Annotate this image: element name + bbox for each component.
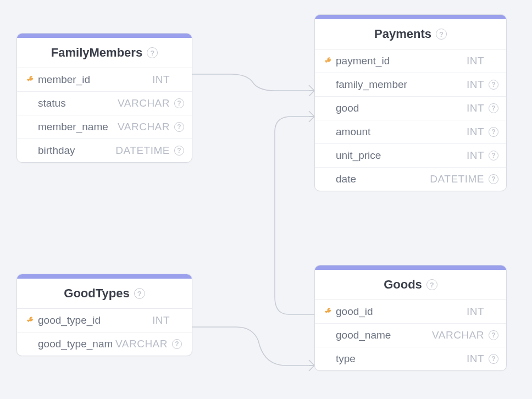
table-row[interactable]: good INT ? xyxy=(315,97,506,120)
primary-key-icon xyxy=(24,316,38,325)
primary-key-icon xyxy=(24,75,38,84)
help-icon[interactable]: ? xyxy=(489,103,498,113)
table-row[interactable]: type INT ? xyxy=(315,347,506,370)
info-slot: ? xyxy=(484,80,498,90)
help-icon[interactable]: ? xyxy=(134,288,145,299)
column-type: INT xyxy=(467,102,484,114)
table-title-text: GoodTypes xyxy=(64,286,129,301)
column-type: INT xyxy=(467,306,484,318)
column-name: payment_id xyxy=(336,55,463,67)
info-slot: ? xyxy=(484,103,498,113)
info-slot: ? xyxy=(170,98,184,108)
table-title: GoodTypes ? xyxy=(17,279,192,309)
column-type: INT xyxy=(467,126,484,138)
column-type: VARCHAR xyxy=(115,338,168,350)
column-name: member_id xyxy=(38,74,149,86)
column-name: amount xyxy=(336,126,463,138)
column-type: INT xyxy=(467,149,484,162)
column-name: member_name xyxy=(38,121,114,133)
help-icon[interactable]: ? xyxy=(489,330,498,340)
column-name: family_member xyxy=(336,79,463,91)
table-row[interactable]: family_member INT ? xyxy=(315,73,506,97)
table-payments[interactable]: Payments ? payment_id INT family_member … xyxy=(314,14,507,191)
column-type: VARCHAR xyxy=(432,329,484,341)
info-slot: ? xyxy=(484,354,498,364)
column-name: good_name xyxy=(336,329,429,341)
table-row[interactable]: payment_id INT xyxy=(315,49,506,73)
column-name: good_type_name xyxy=(38,338,112,350)
table-row[interactable]: date DATETIME ? xyxy=(315,168,506,191)
table-title-text: Payments xyxy=(374,27,431,41)
table-row[interactable]: good_id INT xyxy=(315,300,506,324)
table-title-text: FamilyMembers xyxy=(51,46,142,60)
help-icon[interactable]: ? xyxy=(489,127,498,137)
help-icon[interactable]: ? xyxy=(489,80,498,90)
table-header-bar xyxy=(315,15,506,19)
info-slot: ? xyxy=(484,174,498,184)
table-row[interactable]: unit_price INT ? xyxy=(315,144,506,168)
table-row[interactable]: birthday DATETIME ? xyxy=(17,139,192,162)
help-icon[interactable]: ? xyxy=(147,47,158,58)
table-row[interactable]: good_name VARCHAR ? xyxy=(315,324,506,347)
help-icon[interactable]: ? xyxy=(174,98,184,108)
column-type: DATETIME xyxy=(430,173,484,185)
table-row[interactable]: member_id INT xyxy=(17,68,192,92)
help-icon[interactable]: ? xyxy=(172,339,182,349)
help-icon[interactable]: ? xyxy=(489,151,498,160)
table-row[interactable]: amount INT ? xyxy=(315,120,506,144)
help-icon[interactable]: ? xyxy=(436,29,447,40)
info-slot: ? xyxy=(170,146,184,156)
table-row[interactable]: status VARCHAR ? xyxy=(17,92,192,115)
help-icon[interactable]: ? xyxy=(489,354,498,364)
column-name: type xyxy=(336,353,463,365)
column-name: status xyxy=(38,97,114,109)
column-type: INT xyxy=(467,79,484,91)
column-type: DATETIME xyxy=(115,145,170,157)
table-rows: good_id INT good_name VARCHAR ? type INT… xyxy=(315,300,506,370)
column-type: INT xyxy=(467,353,484,365)
column-type: INT xyxy=(152,74,170,86)
help-icon[interactable]: ? xyxy=(489,174,498,184)
column-name: good xyxy=(336,102,463,114)
table-rows: payment_id INT family_member INT ? good … xyxy=(315,49,506,191)
column-name: date xyxy=(336,173,426,185)
column-name: good_id xyxy=(336,306,463,318)
column-type: INT xyxy=(467,55,484,67)
column-type: VARCHAR xyxy=(118,97,170,109)
table-title: Payments ? xyxy=(315,19,506,49)
column-name: birthday xyxy=(38,145,112,157)
primary-key-icon xyxy=(322,57,336,65)
info-slot: ? xyxy=(168,339,182,349)
table-rows: member_id INT status VARCHAR ? member_na… xyxy=(17,68,192,162)
table-goods[interactable]: Goods ? good_id INT good_name VARCHAR ? … xyxy=(314,265,507,371)
table-row[interactable]: member_name VARCHAR ? xyxy=(17,115,192,139)
table-title-text: Goods xyxy=(384,278,422,292)
help-icon[interactable]: ? xyxy=(174,146,184,156)
info-slot: ? xyxy=(484,330,498,340)
column-type: INT xyxy=(152,314,170,326)
table-good-types[interactable]: GoodTypes ? good_type_id INT good_type_n… xyxy=(16,274,192,356)
table-row[interactable]: good_type_id INT xyxy=(17,309,192,332)
help-icon[interactable]: ? xyxy=(426,279,437,290)
primary-key-icon xyxy=(322,307,336,316)
table-header-bar xyxy=(17,34,192,38)
column-name: unit_price xyxy=(336,149,463,162)
table-row[interactable]: good_type_name VARCHAR ? xyxy=(17,332,192,356)
table-family-members[interactable]: FamilyMembers ? member_id INT status VAR… xyxy=(16,33,192,163)
table-header-bar xyxy=(315,265,506,270)
info-slot: ? xyxy=(484,151,498,160)
table-header-bar xyxy=(17,274,192,279)
help-icon[interactable]: ? xyxy=(174,122,184,132)
info-slot: ? xyxy=(170,122,184,132)
column-name: good_type_id xyxy=(38,314,149,326)
table-title: FamilyMembers ? xyxy=(17,38,192,68)
table-title: Goods ? xyxy=(315,270,506,300)
column-type: VARCHAR xyxy=(118,121,170,133)
info-slot: ? xyxy=(484,127,498,137)
table-rows: good_type_id INT good_type_name VARCHAR … xyxy=(17,309,192,356)
